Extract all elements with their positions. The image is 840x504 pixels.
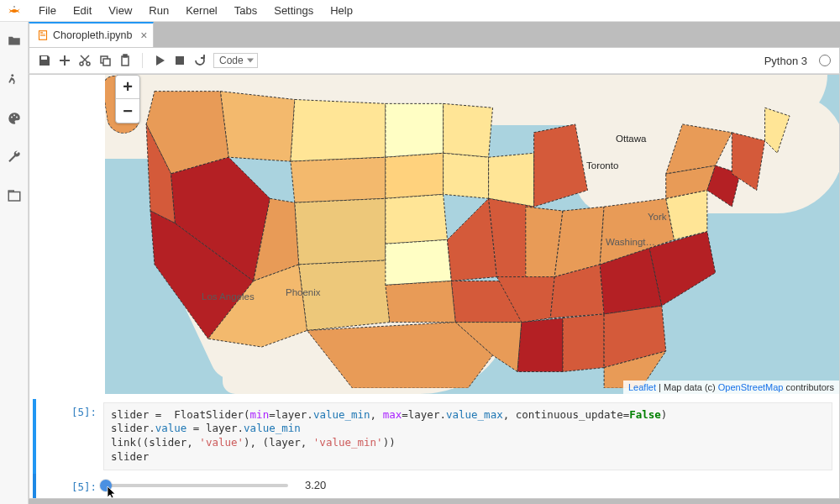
svg-point-1 — [11, 74, 13, 76]
svg-point-2 — [11, 117, 13, 118]
menu-bar: File Edit View Run Kernel Tabs Settings … — [0, 0, 840, 22]
svg-point-0 — [13, 5, 15, 7]
notebook-icon — [38, 30, 48, 40]
map-attribution: Leaflet | Map data (c) OpenStreetMap con… — [623, 381, 839, 394]
kernel-indicator-icon[interactable] — [819, 55, 831, 66]
copy-icon[interactable] — [98, 54, 112, 67]
save-icon[interactable] — [38, 54, 51, 67]
notebook-toolbar: Code Python 3 — [29, 47, 840, 74]
menu-file[interactable]: File — [30, 1, 65, 20]
running-icon[interactable] — [7, 72, 22, 87]
tab-close-icon[interactable]: × — [140, 29, 147, 42]
wrench-icon[interactable] — [7, 150, 22, 165]
svg-rect-15 — [123, 55, 127, 57]
svg-rect-7 — [40, 32, 43, 33]
tab-title: Choropleth.ipynb — [53, 29, 133, 41]
jupyter-logo — [5, 2, 24, 20]
city-label-dc: Washingt… — [606, 237, 655, 247]
city-label-ny: York — [648, 212, 667, 222]
cell-type-label: Code — [219, 55, 244, 66]
zoom-in-button[interactable]: + — [116, 76, 139, 99]
left-sidebar — [0, 22, 29, 504]
slider-track[interactable] — [103, 484, 288, 487]
city-label-toronto: Toronto — [586, 160, 618, 171]
svg-rect-9 — [40, 35, 45, 36]
leaflet-map[interactable]: + − Los Angeles Phoenix Toronto Ottawa Y… — [105, 75, 839, 394]
toolbar-separator — [142, 53, 143, 68]
input-prompt: [5]: — [36, 402, 103, 471]
svg-rect-13 — [103, 59, 110, 66]
zoom-control: + − — [115, 75, 140, 123]
menu-view[interactable]: View — [100, 1, 140, 20]
tabs-icon[interactable] — [7, 188, 22, 203]
stop-icon[interactable] — [173, 54, 186, 67]
code-cell[interactable]: [5]: slider = FloatSlider(min=layer.valu… — [33, 399, 839, 475]
svg-rect-16 — [176, 56, 184, 65]
output-prompt: [5]: — [36, 477, 103, 495]
code-input[interactable]: slider = FloatSlider(min=layer.value_min… — [103, 402, 832, 471]
cut-icon[interactable] — [78, 54, 92, 67]
zoom-out-button[interactable]: − — [116, 99, 139, 123]
osm-link[interactable]: OpenStreetMap — [718, 382, 784, 392]
palette-icon[interactable] — [7, 111, 22, 126]
kernel-name[interactable]: Python 3 — [764, 55, 807, 67]
output-cell: [5]: 3.20 — [33, 474, 839, 498]
svg-point-3 — [13, 114, 15, 116]
menu-kernel[interactable]: Kernel — [177, 1, 226, 20]
svg-point-4 — [16, 117, 18, 118]
svg-point-10 — [80, 62, 83, 66]
svg-rect-5 — [8, 192, 20, 202]
tab-notebook[interactable]: Choropleth.ipynb × — [29, 22, 154, 47]
choropleth-layer — [105, 75, 839, 388]
folder-icon[interactable] — [7, 34, 22, 49]
paste-icon[interactable] — [118, 54, 132, 67]
restart-icon[interactable] — [193, 54, 207, 67]
add-cell-icon[interactable] — [58, 54, 71, 67]
city-label-la: Los Angeles — [202, 291, 255, 302]
menu-settings[interactable]: Settings — [265, 1, 322, 20]
menu-edit[interactable]: Edit — [65, 1, 100, 20]
menu-tabs[interactable]: Tabs — [226, 1, 265, 20]
city-label-ottawa: Ottawa — [616, 134, 646, 144]
svg-rect-8 — [40, 34, 45, 35]
leaflet-link[interactable]: Leaflet — [628, 382, 656, 392]
slider-value: 3.20 — [305, 479, 326, 491]
city-label-phoenix: Phoenix — [286, 287, 321, 297]
run-icon[interactable] — [153, 54, 166, 67]
cell-type-select[interactable]: Code — [213, 53, 258, 68]
menu-run[interactable]: Run — [140, 1, 177, 20]
menu-help[interactable]: Help — [322, 1, 361, 20]
slider-thumb[interactable] — [100, 480, 112, 491]
svg-point-11 — [87, 62, 90, 66]
tab-row: Choropleth.ipynb × — [29, 22, 840, 47]
